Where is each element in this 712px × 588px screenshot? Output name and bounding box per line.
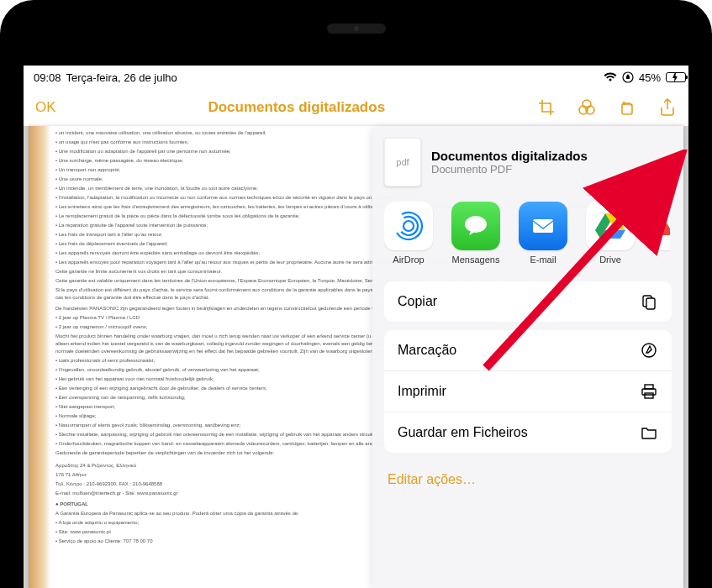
share-app-row: AirDrop Mensagens E-mail	[384, 202, 672, 265]
share-doc-type: Documento PDF	[431, 163, 588, 176]
nav-bar: OK Documentos digitalizados	[24, 89, 688, 126]
svg-rect-11	[646, 298, 655, 309]
airdrop-app[interactable]: AirDrop	[384, 202, 433, 265]
document-spine	[29, 126, 50, 588]
email-label: E-mail	[530, 255, 556, 265]
camera-notch	[327, 24, 386, 34]
action-list-2: Marcação Imprimir Guardar em Ficheiros	[384, 330, 672, 453]
email-app[interactable]: E-mail	[519, 202, 567, 265]
messages-label: Mensagens	[452, 255, 500, 265]
status-left: 09:08 Terça-feira, 26 de julho	[34, 71, 177, 84]
copy-label: Copiar	[398, 294, 437, 309]
share-header: pdf Documentos digitalizados Documento P…	[384, 138, 672, 186]
messages-app[interactable]: Mensagens	[451, 202, 500, 265]
ok-button[interactable]: OK	[35, 99, 56, 116]
markup-icon	[640, 341, 658, 360]
nav-actions	[537, 98, 677, 117]
svg-rect-9	[533, 219, 553, 233]
markup-label: Marcação	[398, 343, 456, 358]
battery-percent: 45%	[639, 71, 661, 84]
next-app-partial[interactable]	[653, 202, 670, 265]
front-camera	[353, 25, 360, 32]
status-date: Terça-feira, 26 de julho	[66, 71, 177, 84]
folder-icon	[640, 423, 658, 442]
svg-point-7	[392, 209, 425, 243]
svg-rect-15	[645, 393, 653, 398]
svg-point-6	[396, 213, 421, 239]
rotation-lock-icon	[622, 71, 634, 83]
drive-app[interactable]: Drive	[586, 202, 635, 265]
svg-rect-13	[645, 385, 653, 389]
nav-title: Documentos digitalizados	[208, 99, 385, 116]
share-icon[interactable]	[658, 98, 677, 117]
ipad-frame: 09:08 Terça-feira, 26 de julho 45%	[0, 0, 712, 588]
screen: 09:08 Terça-feira, 26 de julho 45%	[24, 66, 688, 588]
status-bar: 09:08 Terça-feira, 26 de julho 45%	[24, 66, 688, 89]
status-time: 09:08	[34, 71, 61, 84]
copy-action[interactable]: Copiar	[384, 281, 672, 322]
save-files-action[interactable]: Guardar em Ficheiros	[384, 412, 672, 453]
airdrop-icon	[384, 202, 433, 250]
drive-label: Drive	[599, 255, 621, 265]
email-icon	[519, 202, 567, 250]
svg-point-5	[403, 221, 414, 231]
action-list-1: Copiar	[384, 281, 672, 322]
messages-icon	[451, 202, 500, 250]
svg-point-8	[465, 216, 487, 233]
share-sheet: pdf Documentos digitalizados Documento P…	[372, 126, 683, 588]
airdrop-label: AirDrop	[393, 255, 424, 265]
save-files-label: Guardar em Ficheiros	[398, 425, 528, 440]
crop-icon[interactable]	[537, 98, 556, 117]
filter-icon[interactable]	[578, 98, 596, 117]
print-action[interactable]: Imprimir	[384, 371, 672, 412]
svg-point-12	[642, 344, 656, 357]
share-doc-title: Documentos digitalizados	[431, 149, 588, 163]
battery-icon	[666, 72, 678, 82]
next-app-icon	[653, 202, 670, 250]
status-right: 45%	[604, 71, 678, 84]
pdf-thumbnail-icon: pdf	[384, 138, 421, 186]
copy-icon	[640, 292, 658, 311]
drive-icon	[586, 202, 635, 250]
edit-actions-link[interactable]: Editar ações…	[384, 461, 672, 498]
print-icon	[640, 382, 658, 401]
rotate-icon[interactable]	[618, 98, 636, 117]
wifi-icon	[604, 72, 617, 82]
print-label: Imprimir	[398, 384, 446, 399]
markup-action[interactable]: Marcação	[384, 330, 672, 371]
